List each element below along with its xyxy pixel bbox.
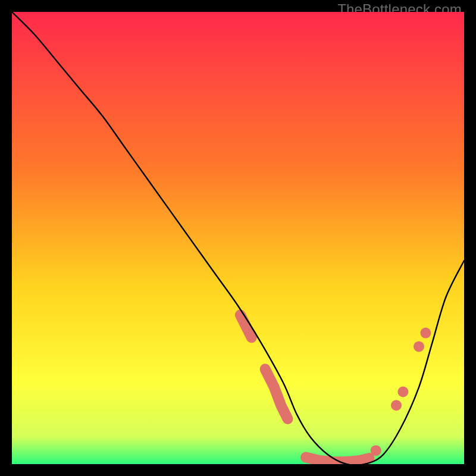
marker-dot — [414, 341, 424, 352]
marker-dot — [391, 400, 402, 411]
chart-background — [12, 12, 464, 464]
marker-dot — [397, 386, 408, 397]
marker-dot — [420, 328, 431, 339]
bottleneck-chart — [12, 12, 464, 464]
marker-dot — [371, 445, 381, 456]
chart-frame — [12, 12, 464, 464]
